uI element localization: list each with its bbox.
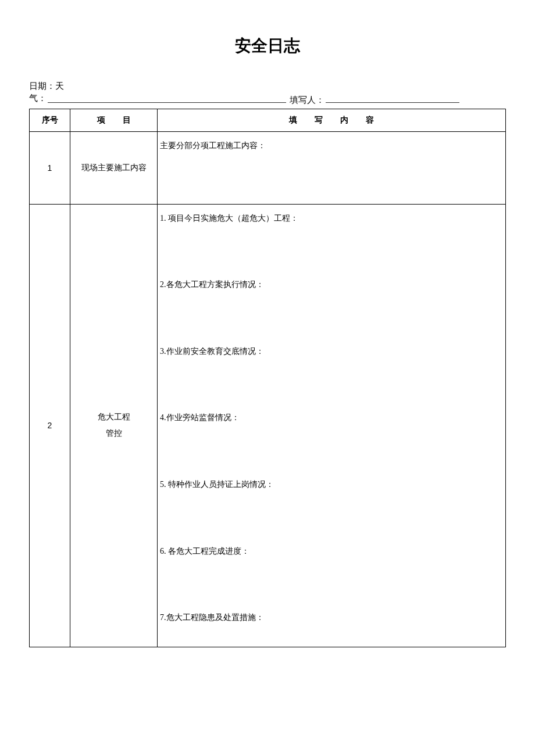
row2-item3: 3.作业前安全教育交底情况：	[160, 346, 500, 357]
row2-project-line2: 管控	[75, 425, 152, 442]
table-row: 1 现场主要施工内容 主要分部分项工程施工内容：	[30, 132, 506, 205]
row2-item4: 4.作业旁站监督情况：	[160, 412, 500, 424]
row2-item2: 2.各危大工程方案执行情况：	[160, 279, 500, 291]
row1-seq: 1	[30, 132, 70, 205]
header-content: 填写内容	[158, 109, 506, 132]
row2-item7: 7.危大工程隐患及处置措施：	[160, 612, 500, 624]
table-header-row: 序号 项目 填写内容	[30, 109, 506, 132]
row2-content: 1. 项目今日实施危大（超危大）工程： 2.各危大工程方案执行情况： 3.作业前…	[158, 204, 506, 647]
row2-item1: 1. 项目今日实施危大（超危大）工程：	[160, 213, 500, 224]
row2-seq: 2	[30, 204, 70, 647]
filler-line	[326, 94, 459, 103]
row2-project-line1: 危大工程	[75, 409, 152, 425]
row1-item1: 主要分部分项工程施工内容：	[160, 140, 500, 152]
page-title: 安全日志	[29, 35, 506, 57]
date-weather-line	[48, 94, 286, 103]
header-seq: 序号	[30, 109, 70, 132]
row2-item5: 5. 特种作业人员持证上岗情况：	[160, 479, 500, 490]
table-row: 2 危大工程 管控 1. 项目今日实施危大（超危大）工程： 2.各危大工程方案执…	[30, 204, 506, 647]
log-table: 序号 项目 填写内容 1 现场主要施工内容 主要分部分项工程施工内容： 2 危大…	[29, 109, 506, 647]
filler-label: 填写人：	[290, 94, 324, 106]
row2-item6: 6. 各危大工程完成进度：	[160, 546, 500, 557]
row1-project: 现场主要施工内容	[70, 132, 158, 205]
row1-content: 主要分部分项工程施工内容：	[158, 132, 506, 205]
meta-block: 日期：天气： 气： 填写人：	[29, 80, 506, 106]
header-project: 项目	[70, 109, 158, 132]
row2-project: 危大工程 管控	[70, 204, 158, 647]
